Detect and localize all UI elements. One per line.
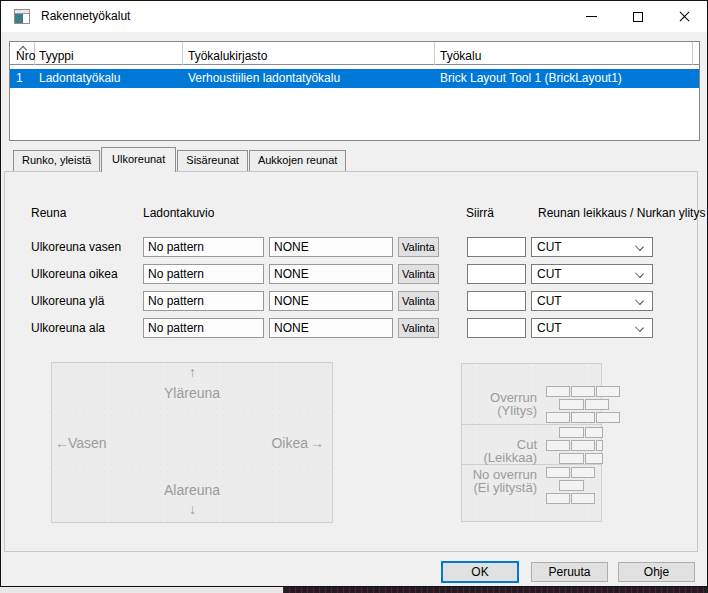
brick-wall [462,364,601,521]
maximize-icon [633,12,643,22]
column-header-nro[interactable]: Nro [10,42,35,65]
ladontakuvio-header: Ladontakuvio [143,206,214,220]
cancel-button[interactable]: Peruuta [531,562,608,582]
cell-nro: 1 [16,69,23,88]
tool-table: Nro Tyyppi Työkalukirjasto Työkalu 1 Lad… [9,41,700,141]
tool-table-header: Nro Tyyppi Työkalukirjasto Työkalu [10,42,699,65]
library-field-ala[interactable]: NONE [269,318,393,338]
brick [596,440,603,451]
valinta-button-oikea[interactable]: Valinta [398,264,439,284]
dialog-window: Rakennetyökalut Nro Tyyppi Työkalukirjas… [0,0,708,587]
brick [546,467,570,478]
chevron-down-icon [636,243,643,250]
close-icon [678,16,691,17]
brick [596,412,620,423]
brick [571,386,595,397]
tab-strip: Runko, yleistä Ulkoreunat Sisäreunat Auk… [13,147,347,172]
brick [571,493,595,504]
tab-ulkoreunat[interactable]: Ulkoreunat [101,147,176,172]
tab-sisareunat[interactable]: Sisäreunat [177,150,248,171]
siirra-input-yla[interactable] [467,291,526,311]
minimize-button[interactable] [569,1,615,32]
reuna-header: Reuna [31,206,66,220]
desktop-background-strip [0,587,708,593]
brick [559,427,584,438]
window-title: Rakennetyökalut [41,1,130,32]
overrun-diagram: Overrun (Ylitys) Cut (Leikkaa) No overru… [461,363,602,522]
siirra-header: Siirrä [466,206,494,220]
ok-button[interactable]: OK [441,561,519,583]
edge-top-label: Yläreuna [164,385,220,401]
cut-select-value: CUT [537,240,562,254]
cut-select-value: CUT [537,294,562,308]
pattern-field-ala[interactable]: No pattern [143,318,264,338]
left-arrow-icon: ← [55,435,69,451]
leikkaus-header: Reunan leikkaus / Nurkan ylitys [538,206,705,220]
brick [585,427,603,438]
row-label-yla: Ulkoreuna ylä [31,294,104,308]
library-field-oikea[interactable]: NONE [269,264,393,284]
brick [559,399,584,410]
chevron-down-icon [636,270,643,277]
edge-bottom-label: Alareuna [164,482,220,498]
brick [559,480,584,491]
brick [546,412,570,423]
titlebar: Rakennetyökalut [1,1,707,32]
help-button[interactable]: Ohje [618,562,695,582]
siirra-input-ala[interactable] [467,318,526,338]
cut-select-yla[interactable]: CUT [531,291,653,311]
cut-select-ala[interactable]: CUT [531,318,653,338]
siirra-input-vasen[interactable] [467,237,526,257]
cut-select-oikea[interactable]: CUT [531,264,653,284]
up-arrow-icon: ↑ [189,364,196,380]
library-field-vasen[interactable]: NONE [269,237,393,257]
column-header-tyokalukirjasto[interactable]: Työkalukirjasto [183,42,435,65]
cut-select-vasen[interactable]: CUT [531,237,653,257]
brick [571,440,595,451]
close-button[interactable] [661,1,707,32]
cell-kirjasto: Verhoustiilien ladontatyökalu [188,69,340,88]
edge-right-label: Oikea [271,435,308,451]
cut-select-value: CUT [537,321,562,335]
down-arrow-icon: ↓ [189,501,196,517]
brick [546,493,570,504]
library-field-yla[interactable]: NONE [269,291,393,311]
right-arrow-icon: → [310,435,324,451]
chevron-down-icon [636,297,643,304]
row-label-ala: Ulkoreuna ala [31,321,105,335]
row-label-vasen: Ulkoreuna vasen [31,240,121,254]
tab-panel-ulkoreunat: Reuna Ladontakuvio Siirrä Reunan leikkau… [4,171,698,552]
valinta-button-ala[interactable]: Valinta [398,318,439,338]
tab-aukkojen-reunat[interactable]: Aukkojen reunat [249,150,347,171]
brick [571,467,595,478]
column-header-tyyppi[interactable]: Tyyppi [35,42,183,65]
brick [546,386,570,397]
row-label-oikea: Ulkoreuna oikea [31,267,118,281]
pattern-field-yla[interactable]: No pattern [143,291,264,311]
edge-diagram: ↑ Yläreuna ← Vasen Oikea → Alareuna ↓ [51,362,333,523]
brick [559,453,584,464]
valinta-button-yla[interactable]: Valinta [398,291,439,311]
column-header-tyokalu[interactable]: Työkalu [435,42,693,65]
minimize-icon [586,16,597,17]
maximize-button[interactable] [615,1,661,32]
brick [571,412,595,423]
brick [585,453,603,464]
valinta-button-vasen[interactable]: Valinta [398,237,439,257]
cut-select-value: CUT [537,267,562,281]
brick [546,440,570,451]
pattern-field-oikea[interactable]: No pattern [143,264,264,284]
edge-left-label: Vasen [68,435,107,451]
chevron-down-icon [636,324,643,331]
tab-runko-yleista[interactable]: Runko, yleistä [13,150,100,171]
app-icon [14,9,30,24]
table-row-selected[interactable]: 1 Ladontatyökalu Verhoustiilien ladontat… [10,69,699,88]
pattern-field-vasen[interactable]: No pattern [143,237,264,257]
brick [596,386,620,397]
siirra-input-oikea[interactable] [467,264,526,284]
cell-tyokalu: Brick Layout Tool 1 (BrickLayout1) [440,69,622,88]
cell-tyyppi: Ladontatyökalu [39,69,120,88]
brick [585,399,609,410]
